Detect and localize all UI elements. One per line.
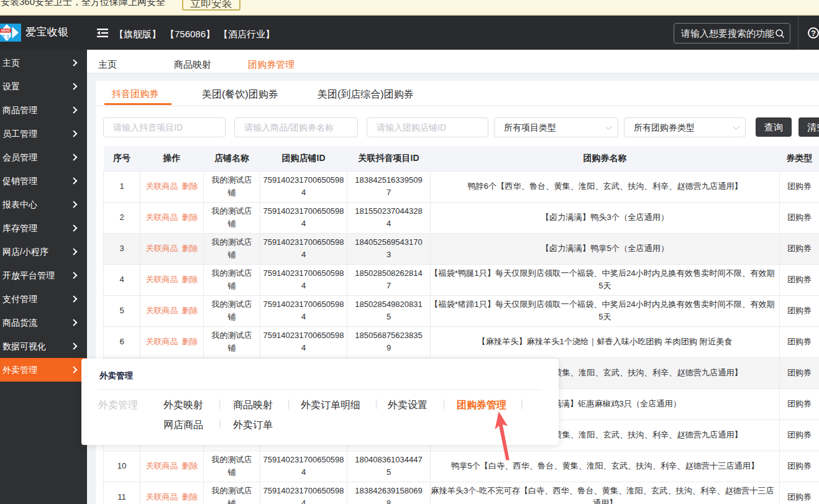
svg-text:ABAO: ABAO	[1, 29, 11, 32]
svg-text:宝: 宝	[6, 34, 10, 39]
svg-text:爱: 爱	[1, 34, 5, 39]
